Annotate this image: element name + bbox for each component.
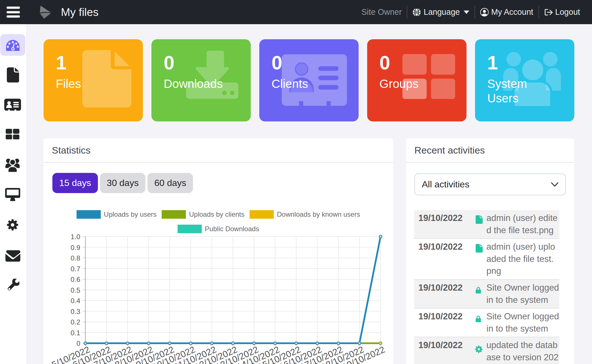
svg-text:0.9: 0.9 xyxy=(71,244,80,251)
svg-text:0.1: 0.1 xyxy=(71,329,80,337)
svg-text:0.4: 0.4 xyxy=(71,297,80,305)
svg-text:0: 0 xyxy=(76,340,80,347)
svg-text:1.0: 1.0 xyxy=(71,233,80,241)
svg-text:0.6: 0.6 xyxy=(71,276,80,283)
svg-text:0.3: 0.3 xyxy=(71,308,80,315)
svg-text:0.7: 0.7 xyxy=(71,265,80,273)
svg-text:0.2: 0.2 xyxy=(71,318,80,326)
svg-text:0.8: 0.8 xyxy=(71,254,80,262)
svg-text:0.5: 0.5 xyxy=(71,286,80,294)
